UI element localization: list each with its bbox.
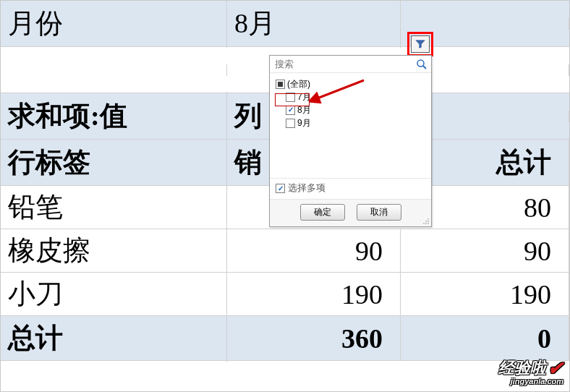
- annotation-highlight: [407, 32, 433, 56]
- values-header: 求和项:值: [1, 92, 227, 140]
- watermark-text-top: 经验啦: [498, 360, 546, 376]
- svg-point-0: [417, 60, 424, 67]
- table-cell-total: 190: [401, 273, 569, 316]
- grand-total-value: 360: [227, 317, 401, 360]
- grand-total-row-label: 总计: [1, 314, 227, 362]
- svg-point-5: [423, 223, 425, 224]
- table-row-label: 橡皮擦: [1, 226, 227, 275]
- filter-item[interactable]: 7月: [286, 90, 427, 103]
- multi-select-checkbox[interactable]: [276, 184, 285, 193]
- filter-item-label: 9月: [297, 116, 311, 129]
- filter-value-cell[interactable]: 8月: [227, 0, 401, 48]
- table-row-label: 铅笔: [1, 183, 227, 231]
- watermark-text-bottom: jingyanla.com: [498, 378, 563, 385]
- pivot-table-area: 月份 8月 求和项:值 列 行标签 销 总计 铅笔 80 橡皮擦 90 90 小…: [0, 0, 570, 392]
- table-row-label: 小刀: [1, 270, 227, 318]
- filter-item-label: 7月: [297, 90, 311, 103]
- checkbox-empty-icon[interactable]: [286, 93, 295, 102]
- svg-line-1: [423, 66, 426, 69]
- filter-item-label: 8月: [297, 103, 311, 116]
- filter-item-label: (全部): [287, 77, 310, 90]
- checkbox-checked-icon[interactable]: [286, 106, 295, 115]
- filter-item-all[interactable]: (全部): [276, 77, 427, 90]
- watermark-check-icon: ✔: [548, 359, 563, 378]
- svg-point-6: [425, 223, 427, 224]
- filter-item-8[interactable]: 8月: [286, 103, 427, 116]
- svg-point-2: [428, 218, 429, 220]
- resize-grip-icon[interactable]: [422, 218, 430, 225]
- empty-cell: [401, 18, 569, 30]
- svg-point-3: [425, 221, 427, 222]
- ok-button[interactable]: 确定: [300, 204, 345, 221]
- row-labels-header[interactable]: 行标签: [1, 138, 227, 187]
- table-cell-value: 190: [227, 273, 401, 316]
- filter-item[interactable]: 9月: [286, 116, 427, 129]
- multi-select-label: 选择多项: [288, 182, 326, 195]
- table-cell-value: 90: [227, 229, 401, 273]
- search-input[interactable]: [273, 58, 416, 70]
- checkbox-empty-icon[interactable]: [286, 119, 295, 128]
- filter-items-tree: (全部) 7月 8月 9月: [270, 73, 431, 178]
- table-cell-total: 90: [401, 229, 569, 273]
- cancel-button[interactable]: 取消: [357, 204, 401, 221]
- svg-point-7: [428, 223, 429, 224]
- grand-total-total: 0: [401, 317, 569, 360]
- filter-field-label: 月份: [1, 0, 227, 48]
- watermark: 经验啦 ✔ jingyanla.com: [498, 359, 563, 385]
- filter-popup: (全部) 7月 8月 9月 选择多项 确定 取消: [269, 55, 432, 227]
- checkbox-mixed-icon[interactable]: [276, 80, 285, 89]
- search-icon[interactable]: [416, 59, 428, 70]
- empty-cell: [1, 64, 227, 76]
- svg-point-4: [428, 221, 429, 222]
